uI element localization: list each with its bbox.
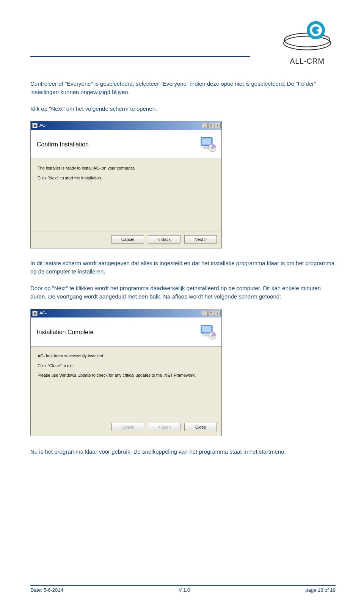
svg-rect-6 xyxy=(202,138,211,145)
content-line-3: Please use Windows Update to check for a… xyxy=(38,372,215,379)
footer-rule xyxy=(30,585,336,586)
paragraph-5: Nu is het programma klaar voor gebruik. … xyxy=(30,448,336,456)
close-window-button[interactable]: × xyxy=(215,311,221,316)
paragraph-1: Controleer of "Everyone" is geselecteerd… xyxy=(30,80,336,96)
maximize-button[interactable]: □ xyxy=(208,123,214,128)
installer-app-icon: ▣ xyxy=(32,311,38,316)
body-content: Controleer of "Everyone" is geselecteerd… xyxy=(30,80,336,456)
banner-title: Confirm Installation xyxy=(37,140,89,149)
back-button: < Back xyxy=(148,423,180,431)
minimize-button[interactable]: _ xyxy=(202,311,208,316)
svg-rect-12 xyxy=(202,326,211,332)
titlebar: ▣ AC- _ □ × xyxy=(31,121,221,130)
paragraph-2: Klik op "Next" om het volgende scherm te… xyxy=(30,105,336,113)
cancel-button[interactable]: Cancel xyxy=(111,235,144,244)
back-button[interactable]: < Back xyxy=(148,235,180,244)
button-row: Cancel < Back Next > xyxy=(31,231,221,248)
logo-label: ALL-CRM xyxy=(279,57,336,66)
footer-page: page 13 of 19 xyxy=(305,587,336,593)
allcrm-logo-icon xyxy=(279,17,336,57)
svg-point-1 xyxy=(284,36,331,50)
installer-confirm-window: ▣ AC- _ □ × Confirm Installation xyxy=(30,121,222,248)
content-area: AC- has been successfully installed. Cli… xyxy=(31,347,221,419)
maximize-button[interactable]: □ xyxy=(208,311,214,316)
page-header: ALL-CRM xyxy=(30,17,336,64)
window-title: AC- xyxy=(39,123,202,129)
banner: Installation Complete xyxy=(31,317,221,347)
content-area: The installer is ready to install AC- on… xyxy=(31,159,221,231)
content-line-2: Click "Next" to start the installation. xyxy=(38,175,215,182)
computer-disc-icon xyxy=(199,323,217,341)
banner: Confirm Installation xyxy=(31,130,221,159)
window-title: AC- xyxy=(39,310,202,316)
banner-title: Installation Complete xyxy=(37,328,93,336)
computer-disc-icon xyxy=(199,135,217,153)
close-button[interactable]: Close xyxy=(184,423,217,431)
header-rule xyxy=(30,56,250,57)
installer-app-icon: ▣ xyxy=(32,123,38,128)
content-line-2: Click "Close" to exit. xyxy=(38,363,215,369)
footer-date: Date: 5-6-2014 xyxy=(30,587,63,593)
paragraph-4: Door op "Next" te klikken wordt het prog… xyxy=(30,284,336,301)
cancel-button: Cancel xyxy=(111,423,144,431)
button-row: Cancel < Back Close xyxy=(31,419,221,436)
logo: ALL-CRM xyxy=(279,17,336,66)
next-button[interactable]: Next > xyxy=(184,235,217,244)
titlebar: ▣ AC- _ □ × xyxy=(31,309,221,317)
installer-complete-window: ▣ AC- _ □ × Installation Complete xyxy=(30,309,222,436)
paragraph-3: In dit laatste scherm wordt aangegeven d… xyxy=(30,259,336,276)
minimize-button[interactable]: _ xyxy=(202,123,208,128)
footer-version: V 1.0 xyxy=(179,587,190,593)
content-line-1: The installer is ready to install AC- on… xyxy=(38,165,215,172)
page-footer: Date: 5-6-2014 V 1.0 page 13 of 19 xyxy=(30,585,336,593)
content-line-1: AC- has been successfully installed. xyxy=(38,353,215,360)
close-window-button[interactable]: × xyxy=(215,123,221,128)
